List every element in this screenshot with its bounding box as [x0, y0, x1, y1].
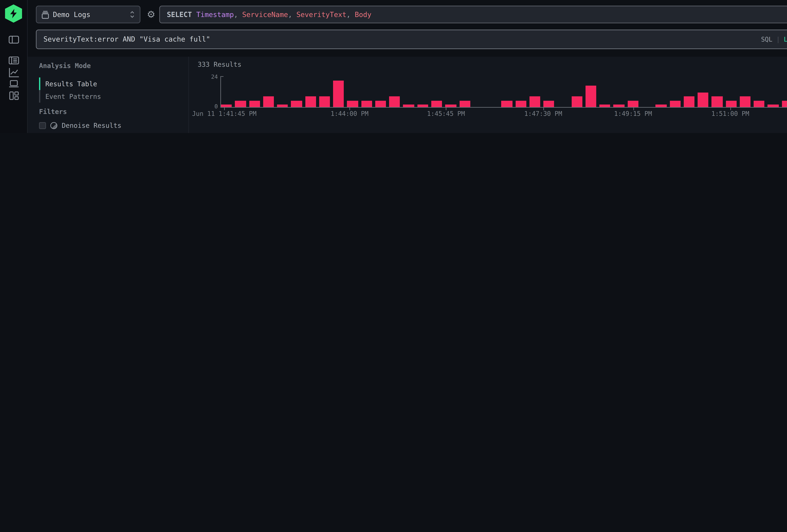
x-axis-tick-label: 1:47:30 PM: [524, 110, 562, 117]
histogram-bar: [698, 92, 708, 107]
search-logs-icon[interactable]: [8, 55, 20, 66]
search-input[interactable]: SeverityText:error AND "Visa cache full"…: [36, 29, 787, 49]
database-icon: [42, 10, 49, 19]
histogram-bar: [319, 96, 330, 107]
histogram-bar: [501, 101, 512, 107]
x-axis-tick: [543, 107, 544, 110]
histogram-bar: [543, 101, 554, 107]
denoise-checkbox[interactable]: [39, 122, 46, 129]
histogram-bar: [333, 81, 344, 107]
results-count: 333 Results: [198, 60, 241, 68]
inactive-indicator: [39, 90, 40, 103]
histogram-bar: [221, 105, 232, 107]
histogram-bars[interactable]: [221, 78, 787, 107]
language-separator: |: [776, 36, 780, 43]
y-axis-min-label: 0: [213, 103, 218, 109]
language-lucene[interactable]: Lucene: [784, 36, 787, 43]
histogram-bar: [277, 105, 288, 107]
x-axis-tick: [224, 107, 225, 110]
x-axis-tick-label: Jun 11 1:41:45 PM: [192, 110, 256, 117]
sidebar-panel-icon[interactable]: [8, 34, 20, 45]
select-field: SeverityText: [296, 10, 346, 19]
mode-item-label: Results Table: [45, 80, 97, 87]
source-select[interactable]: Demo Logs: [36, 6, 141, 23]
histogram-bar: [572, 96, 582, 107]
histogram-bar: [599, 105, 610, 107]
topbar: Demo Logs ⚙ SELECT Timestamp, ServiceNam…: [28, 0, 787, 57]
search-query-value: SeverityText:error AND "Visa cache full": [43, 35, 761, 43]
source-select-value: Demo Logs: [53, 10, 126, 19]
histogram-bar: [740, 96, 750, 107]
histogram-bar: [628, 101, 638, 107]
analysis-mode-label: Analysis Mode: [39, 62, 91, 69]
denoise-results-option[interactable]: Denoise Results: [39, 121, 121, 130]
select-fields: Timestamp, ServiceName, SeverityText, Bo…: [196, 10, 371, 19]
histogram-bar: [431, 101, 442, 107]
x-axis-tick-label: 1:51:00 PM: [711, 110, 749, 117]
histogram-bar: [291, 101, 302, 107]
histogram-bar: [459, 101, 470, 107]
icon-rail: ? U: [0, 0, 28, 133]
filters-sidebar: Analysis Mode Results Table Event Patter…: [28, 57, 189, 133]
histogram-bar: [614, 105, 624, 107]
main-content: Analysis Mode Results Table Event Patter…: [28, 57, 787, 133]
x-axis-tick-label: 1:45:45 PM: [427, 110, 465, 117]
histogram-bar: [361, 101, 372, 107]
histogram-bar: [669, 101, 680, 107]
x-axis-tick: [349, 107, 350, 110]
dashboards-icon[interactable]: [8, 90, 20, 101]
x-axis-tick: [446, 107, 447, 110]
histogram-bar: [768, 105, 779, 107]
histogram-bar: [656, 105, 666, 107]
app-root: ? U Demo Logs ⚙ SELECT Timestamp, Servic…: [0, 0, 787, 133]
results-panel: 333 Results Scanned Rows: 788242 24 0 Ju…: [189, 57, 787, 133]
histogram-bar: [235, 101, 246, 107]
denoise-label: Denoise Results: [62, 122, 121, 129]
y-axis-top-tick: [220, 76, 224, 77]
language-sql[interactable]: SQL: [761, 36, 772, 43]
select-clause-input[interactable]: SELECT Timestamp, ServiceName, SeverityT…: [159, 6, 787, 23]
histogram-bar: [711, 96, 722, 107]
histogram-bar: [347, 101, 358, 107]
histogram-bar: [529, 96, 540, 107]
x-axis-ticks: [221, 107, 787, 110]
histogram-bar: [445, 105, 456, 107]
mode-results-table[interactable]: Results Table: [39, 78, 177, 90]
source-settings-gear-icon[interactable]: ⚙: [145, 8, 157, 21]
chevron-updown-icon: [130, 11, 135, 18]
x-axis-tick: [633, 107, 634, 110]
select-keyword: SELECT: [167, 10, 192, 19]
chart-explorer-icon[interactable]: [8, 67, 20, 78]
histogram-bar: [375, 101, 386, 107]
histogram-bar: [782, 101, 787, 107]
app-logo-icon[interactable]: [5, 4, 22, 23]
select-field: Body: [355, 10, 371, 19]
x-axis-tick-label: 1:44:00 PM: [331, 110, 368, 117]
x-axis-tick-label: 1:49:15 PM: [614, 110, 652, 117]
histogram-bar: [586, 85, 596, 107]
mode-item-label: Event Patterns: [45, 92, 101, 100]
histogram-bar: [263, 96, 274, 107]
histogram-bar: [389, 96, 400, 107]
active-indicator: [39, 78, 40, 90]
x-axis-labels: Jun 11 1:41:45 PM1:44:00 PM1:45:45 PM1:4…: [221, 110, 787, 118]
histogram-bar: [305, 96, 316, 107]
histogram-bar: [684, 96, 695, 107]
query-language-toggle[interactable]: SQL | Lucene: [761, 36, 787, 43]
mode-event-patterns[interactable]: Event Patterns: [39, 90, 177, 103]
sessions-icon[interactable]: [8, 78, 20, 89]
denoise-icon: [50, 122, 57, 129]
histogram-bar: [403, 105, 414, 107]
select-field: Timestamp: [196, 10, 234, 19]
histogram-bar: [515, 101, 526, 107]
select-field: ServiceName: [242, 10, 288, 19]
histogram-bar: [417, 105, 428, 107]
histogram-bar: [249, 101, 260, 107]
histogram-bar: [753, 101, 765, 107]
filters-label: Filters: [39, 108, 67, 115]
histogram-bar: [726, 101, 737, 107]
y-axis-max-label: 24: [208, 74, 218, 80]
x-axis-tick: [730, 107, 731, 110]
